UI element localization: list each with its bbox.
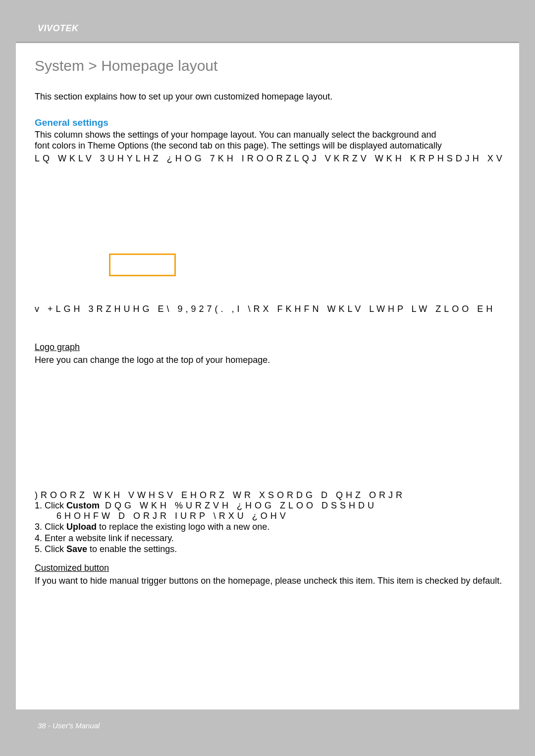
step-1-bold: Custom [66, 501, 100, 510]
step-3-bold: Upload [66, 522, 97, 532]
footer-page-label: 38 - User's Manual [38, 721, 100, 730]
general-settings-line2: font colors in Theme Options (the second… [35, 140, 509, 151]
step-3: 3. Click Upload to replace the existing … [35, 521, 509, 533]
step-3-suffix: to replace the existing logo with a new … [97, 522, 269, 532]
logo-graph-text: Here you can change the logo at the top … [35, 354, 509, 366]
step-1-suffix-garbled: DQG WKH %URZVH ¿HOG ZLOO DSSHDU [100, 501, 377, 510]
highlight-box [109, 253, 176, 276]
general-settings-line1: This column shows the settings of your h… [35, 129, 509, 141]
customized-button-heading: Customized button [35, 563, 109, 573]
step-1: 1. Click Custom DQG WKH %URZVH ¿HOG ZLOO… [35, 501, 509, 511]
brand-logo-text: VIVOTEK [38, 23, 79, 34]
step-5-suffix: to enable the settings. [87, 544, 177, 554]
hide-powered-by-bullet-garbled: v +LGH 3RZHUHG E\ 9,927(. ,I \RX FKHFN W… [35, 304, 509, 314]
page-title: System > Homepage layout [35, 57, 509, 74]
step-2-garbled: 6HOHFW D ORJR IURP \RXU ¿OHV [35, 511, 509, 521]
preview-figure-area [35, 170, 509, 282]
logo-figure-area [35, 365, 509, 488]
customized-button-text: If you want to hide manual trigger butto… [35, 575, 509, 587]
steps-intro-garbled: )ROORZ WKH VWHSV EHORZ WR XSORDG D QHZ O… [35, 490, 509, 501]
general-settings-line3-garbled: LQ WKLV 3UHYLHZ ¿HOG 7KH IROORZLQJ VKRZV… [35, 152, 509, 164]
step-5-prefix: 5. Click [35, 544, 66, 554]
header-underline [16, 42, 519, 43]
header-band: VIVOTEK [16, 15, 519, 42]
page: VIVOTEK System > Homepage layout This se… [16, 15, 519, 741]
step-4: 4. Enter a website link if necessary. [35, 533, 509, 544]
footer-band: 38 - User's Manual [16, 709, 519, 741]
step-5: 5. Click Save to enable the settings. [35, 544, 509, 555]
step-1-prefix: 1. Click [35, 501, 66, 510]
general-settings-heading: General settings [35, 117, 509, 128]
step-5-bold: Save [66, 544, 87, 554]
step-3-prefix: 3. Click [35, 522, 66, 532]
logo-graph-heading: Logo graph [35, 342, 80, 353]
intro-text: This section explains how to set up your… [35, 91, 509, 102]
content-area: System > Homepage layout This section ex… [35, 57, 509, 586]
